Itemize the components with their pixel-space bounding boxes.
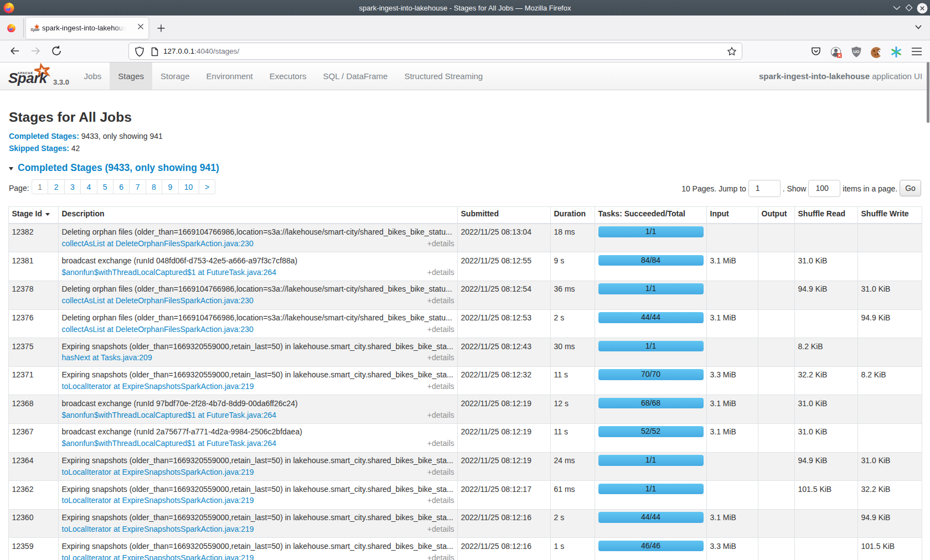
svg-text:UO: UO (853, 49, 859, 54)
svg-text:Spark: Spark (30, 27, 40, 32)
svg-text:Spark: Spark (8, 70, 48, 86)
